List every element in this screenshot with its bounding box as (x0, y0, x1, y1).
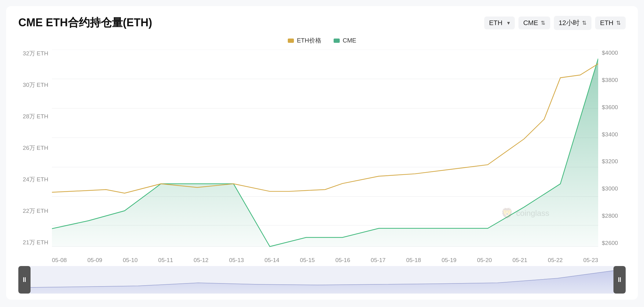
asset-dropdown-arrow: ▾ (507, 20, 510, 26)
asset-select[interactable]: ETH ▾ (484, 17, 515, 29)
chart-area: 32万 ETH 30万 ETH 28万 ETH 26万 ETH 24万 ETH … (18, 50, 626, 256)
legend-row: ETH价格 CME (18, 36, 626, 45)
y-right-6: $2800 (602, 213, 626, 219)
x-label-2: 05-10 (123, 257, 138, 264)
x-label-8: 05-16 (335, 257, 350, 264)
minimap-left-pause-icon: ⏸ (21, 276, 28, 284)
x-label-13: 05-21 (512, 257, 527, 264)
minimap-right-handle[interactable]: ⏸ (613, 266, 626, 294)
x-axis: 05-08 05-09 05-10 05-11 05-12 05-13 05-1… (18, 257, 626, 264)
y-left-5: 22万 ETH (18, 207, 48, 215)
x-label-7: 05-15 (300, 257, 315, 264)
watermark-icon: 🦁 (501, 207, 513, 219)
x-label-15: 05-23 (583, 257, 598, 264)
x-label-12: 05-20 (477, 257, 492, 264)
header-row: CME ETH合约持仓量(ETH) ETH ▾ CME ⇅ 12小时 ⇅ ETH… (18, 15, 626, 30)
y-left-0: 32万 ETH (18, 50, 48, 57)
watermark-text: coinglass (516, 209, 549, 218)
eth-price-legend-label: ETH价格 (297, 36, 321, 45)
y-axis-left: 32万 ETH 30万 ETH 28万 ETH 26万 ETH 24万 ETH … (18, 50, 52, 256)
y-left-2: 28万 ETH (18, 113, 48, 120)
x-label-11: 05-19 (441, 257, 456, 264)
y-left-3: 26万 ETH (18, 144, 48, 152)
x-label-10: 05-18 (406, 257, 421, 264)
interval-select[interactable]: 12小时 ⇅ (554, 16, 591, 30)
y-right-4: $3200 (602, 158, 626, 165)
x-label-0: 05-08 (52, 257, 67, 264)
eth-price-legend: ETH价格 (288, 36, 321, 45)
interval-label: 12小时 (559, 18, 580, 28)
minimap-left-handle[interactable]: ⏸ (18, 266, 31, 294)
y-right-0: $4000 (602, 50, 626, 56)
interval-stepper-arrows: ⇅ (582, 20, 587, 26)
x-label-9: 05-17 (371, 257, 386, 264)
y-left-6: 21万 ETH (18, 239, 48, 246)
unit-select[interactable]: ETH ⇅ (595, 17, 626, 29)
x-label-3: 05-11 (158, 257, 173, 264)
x-label-1: 05-09 (87, 257, 102, 264)
cme-legend-label: CME (343, 37, 356, 44)
y-right-3: $3400 (602, 131, 626, 138)
y-right-5: $3000 (602, 185, 626, 192)
asset-label: ETH (489, 19, 503, 27)
chart-plot: 🦁 coinglass (52, 50, 598, 256)
exchange-stepper-arrows: ⇅ (541, 20, 545, 26)
unit-stepper-arrows: ⇅ (616, 20, 621, 26)
y-right-1: $3800 (602, 77, 626, 83)
x-label-6: 05-14 (265, 257, 280, 264)
cme-legend-dot (334, 39, 340, 43)
exchange-label: CME (523, 19, 538, 27)
y-right-2: $3600 (602, 104, 626, 111)
minimap-right-pause-icon: ⏸ (616, 276, 623, 284)
chart-container: CME ETH合约持仓量(ETH) ETH ▾ CME ⇅ 12小时 ⇅ ETH… (6, 6, 638, 300)
controls-group: ETH ▾ CME ⇅ 12小时 ⇅ ETH ⇅ (484, 16, 626, 30)
y-right-7: $2600 (602, 240, 626, 246)
watermark: 🦁 coinglass (501, 207, 549, 219)
eth-price-legend-dot (288, 39, 294, 43)
x-label-4: 05-12 (194, 257, 209, 264)
y-left-4: 24万 ETH (18, 176, 48, 183)
y-left-1: 30万 ETH (18, 81, 48, 89)
cme-legend: CME (334, 36, 356, 45)
x-label-5: 05-13 (229, 257, 244, 264)
x-label-14: 05-22 (548, 257, 563, 264)
minimap: ⏸ ⏸ (18, 266, 626, 294)
unit-label: ETH (600, 19, 613, 27)
chart-title: CME ETH合约持仓量(ETH) (18, 15, 152, 30)
y-axis-right: $4000 $3800 $3600 $3400 $3200 $3000 $280… (598, 50, 626, 256)
exchange-select[interactable]: CME ⇅ (518, 17, 550, 29)
